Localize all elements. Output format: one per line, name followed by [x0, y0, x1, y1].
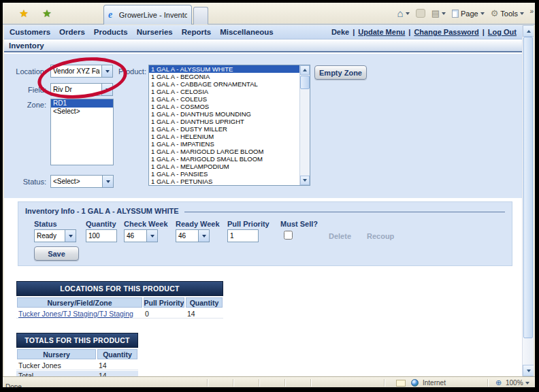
- check-week-label: Check Week: [124, 220, 168, 228]
- status-select-value: <Select>: [53, 178, 101, 185]
- scroll-down-icon[interactable]: [523, 365, 534, 376]
- update-menu-link[interactable]: Update Menu: [358, 28, 405, 36]
- totals-row-quantity: 14: [97, 371, 138, 377]
- chevron-down-icon[interactable]: [198, 230, 209, 242]
- print-button[interactable]: [431, 8, 446, 18]
- must-sell-label: Must Sell?: [280, 220, 318, 228]
- scroll-up-icon[interactable]: [523, 25, 534, 37]
- totals-table-title: TOTALS FOR THIS PRODUCT: [16, 333, 138, 348]
- toolbar-overflow-icon[interactable]: [529, 7, 534, 15]
- must-sell-checkbox[interactable]: [284, 231, 293, 240]
- product-option[interactable]: 1 GAL A - COSMOS: [149, 103, 299, 110]
- column-header-nursery-field-zone: Nursery/Field/Zone: [16, 297, 143, 308]
- product-option[interactable]: 1 GAL A - MARIGOLD LARGE BLOOM: [149, 148, 299, 155]
- home-icon: [397, 7, 404, 19]
- locations-table-title: LOCATIONS FOR THIS PRODUCT: [16, 281, 223, 296]
- zone-option[interactable]: RD1: [51, 99, 113, 108]
- delete-link[interactable]: Delete: [329, 232, 351, 240]
- tools-menu-button[interactable]: Tools: [491, 8, 524, 18]
- nav-item-reports[interactable]: Reports: [182, 28, 211, 36]
- user-name: Deke: [331, 28, 349, 36]
- nav-item-customers[interactable]: Customers: [10, 28, 50, 36]
- ready-week-select[interactable]: 46: [176, 229, 210, 242]
- quantity-input[interactable]: [86, 229, 117, 242]
- product-option[interactable]: 1 GAL A - DIANTHUS MOUNDING: [149, 110, 299, 118]
- tools-caret-icon: [520, 12, 524, 15]
- empty-zone-button[interactable]: Empty Zone: [314, 65, 367, 80]
- chevron-down-icon[interactable]: [102, 176, 113, 187]
- internet-zone-icon: [411, 379, 419, 387]
- chevron-down-icon[interactable]: [65, 230, 76, 242]
- favorites-star-icon[interactable]: [18, 7, 30, 20]
- ready-week-label: Ready Week: [176, 220, 220, 228]
- change-password-link[interactable]: Change Password: [414, 28, 478, 36]
- product-option[interactable]: 1 GAL A - CABBAGE ORNAMENTAL: [149, 80, 299, 88]
- chevron-down-icon[interactable]: [146, 230, 157, 242]
- pull-priority-input[interactable]: [227, 229, 259, 242]
- product-option[interactable]: 1 GAL A - MARIGOLD SMALL BLOOM: [149, 155, 299, 163]
- statusbar-divider: [310, 379, 311, 387]
- selection-form: Location: Vendor XYZ Famrs Field: Riv Dr…: [4, 54, 522, 198]
- location-row-link[interactable]: Tucker Jones/TJ Staging/TJ Staging: [16, 309, 143, 318]
- statusbar-divider: [384, 379, 385, 387]
- product-option[interactable]: 1 GAL A - PETUNIAS: [149, 178, 299, 185]
- zone-listbox[interactable]: RD1 <Select>: [50, 99, 114, 165]
- product-option[interactable]: 1 GAL A - MELAMPODIUM: [149, 163, 299, 170]
- table-row: Total 14: [16, 371, 138, 376]
- add-favorite-icon[interactable]: [41, 7, 53, 20]
- location-row-pull-priority: 0: [143, 309, 185, 318]
- zoom-caret-icon[interactable]: [525, 382, 529, 385]
- statusbar-divider: [487, 379, 488, 387]
- product-listbox[interactable]: 1 GAL A - ALYSSUM WHITE 1 GAL A - BEGONI…: [148, 65, 310, 186]
- product-option[interactable]: 1 GAL A - IMPATIENS: [149, 140, 299, 148]
- product-option[interactable]: 1 GAL A - PANSIES: [149, 170, 299, 178]
- statusbar-divider: [284, 379, 285, 387]
- home-button[interactable]: [397, 7, 410, 19]
- red-circle-annotation: [35, 52, 129, 103]
- inventory-status-select[interactable]: Ready: [34, 229, 76, 242]
- log-out-link[interactable]: Log Out: [488, 28, 517, 36]
- home-caret-icon: [406, 12, 410, 15]
- check-week-select[interactable]: 46: [124, 229, 158, 242]
- user-menu: Deke | Update Menu | Change Password | L…: [331, 28, 522, 36]
- new-tab-button[interactable]: [193, 7, 208, 24]
- nav-item-products[interactable]: Products: [94, 28, 128, 36]
- product-option[interactable]: 1 GAL A - CELOSIA: [149, 88, 299, 95]
- nav-item-orders[interactable]: Orders: [59, 28, 85, 36]
- status-text: Done: [5, 383, 22, 387]
- scroll-down-icon[interactable]: [300, 176, 310, 185]
- scrollbar-thumb[interactable]: [300, 76, 310, 89]
- legend-divider: [184, 212, 505, 212]
- zone-option[interactable]: <Select>: [51, 108, 113, 116]
- product-option[interactable]: 1 GAL A - DIANTHUS UPRIGHT: [149, 118, 299, 125]
- nav-item-miscellaneous[interactable]: Miscellaneous: [220, 28, 274, 36]
- recoup-link[interactable]: Recoup: [367, 232, 394, 240]
- product-option[interactable]: 1 GAL A - DUSTY MILLER: [149, 125, 299, 133]
- rss-icon: [416, 9, 425, 18]
- product-list-scrollbar[interactable]: [299, 65, 310, 185]
- browser-tab[interactable]: GrowerLive - Inventory: [103, 5, 192, 24]
- inventory-status-value: Ready: [37, 232, 63, 240]
- save-button[interactable]: Save: [34, 246, 79, 261]
- product-options: 1 GAL A - ALYSSUM WHITE 1 GAL A - BEGONI…: [149, 65, 299, 185]
- zoom-level[interactable]: 100%: [506, 379, 523, 387]
- nav-item-nurseries[interactable]: Nurseries: [137, 28, 173, 36]
- table-row: Tucker Jones 14: [16, 361, 138, 370]
- product-option[interactable]: 1 GAL A - ALYSSUM WHITE: [149, 65, 299, 73]
- totals-row-quantity: 14: [97, 361, 138, 370]
- product-option[interactable]: 1 GAL A - COLEUS: [149, 95, 299, 103]
- scroll-up-icon[interactable]: [300, 65, 310, 75]
- totals-row-nursery: Total: [16, 371, 97, 377]
- scrollbar-thumb[interactable]: [523, 37, 533, 338]
- app-navbar: Customers Orders Products Nurseries Repo…: [4, 25, 522, 39]
- ie-logo-icon: [108, 11, 116, 20]
- tools-menu-label: Tools: [500, 10, 518, 18]
- vertical-scrollbar[interactable]: [522, 25, 534, 376]
- product-option[interactable]: 1 GAL A - BEGONIA: [149, 73, 299, 80]
- page-menu-button[interactable]: Page: [452, 10, 485, 18]
- feeds-button[interactable]: [416, 9, 425, 18]
- gear-icon: [491, 8, 499, 18]
- product-option[interactable]: 1 GAL A - HELENIUM: [149, 133, 299, 140]
- status-select[interactable]: <Select>: [50, 175, 114, 188]
- inventory-info-panel: Inventory Info - 1 GAL A - ALYSSUM WHITE…: [18, 201, 512, 266]
